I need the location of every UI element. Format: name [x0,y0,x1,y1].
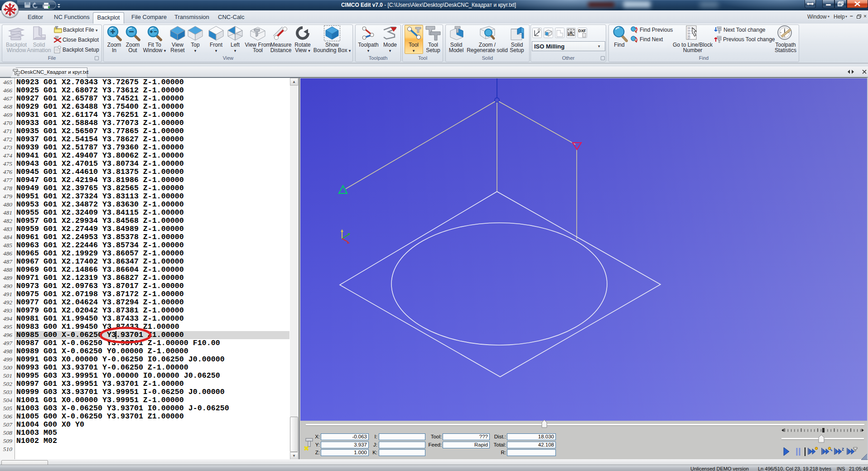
svg-text:STL: STL [568,33,574,36]
svg-text:37: 37 [687,37,690,40]
svg-text:z: z [842,447,844,452]
svg-text:DXF: DXF [579,29,586,33]
